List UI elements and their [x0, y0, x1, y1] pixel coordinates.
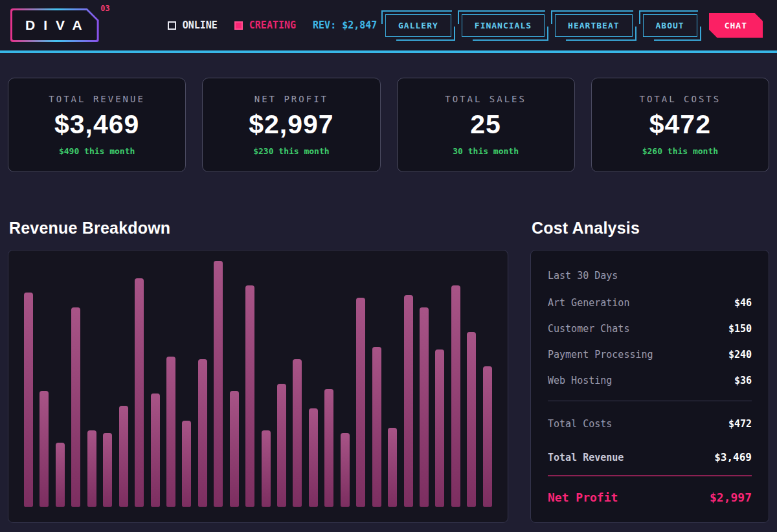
- content-grid: Revenue Breakdown Cost Analysis Last 30 …: [8, 219, 769, 523]
- stat-value: 25: [470, 109, 501, 140]
- revenue-bar: [435, 349, 444, 507]
- nav-gallery-button[interactable]: GALLERY: [385, 14, 451, 37]
- nav-financials-button[interactable]: FINANCIALS: [462, 14, 545, 37]
- net-profit-label: Net Profit: [548, 491, 618, 504]
- stat-label: NET PROFIT: [254, 94, 328, 104]
- online-label: ONLINE: [183, 19, 218, 31]
- revenue-bar: [71, 307, 80, 507]
- revenue-bar: [151, 393, 160, 507]
- net-profit-row: Net Profit $2,997: [548, 491, 752, 504]
- cost-row-label: Payment Processing: [548, 349, 653, 360]
- cost-row-label: Art Generation: [548, 297, 629, 309]
- nav-about-button[interactable]: ABOUT: [643, 14, 697, 37]
- cost-row: Payment Processing$240: [548, 349, 752, 360]
- stat-label: TOTAL SALES: [445, 94, 526, 104]
- revenue-bar: [103, 433, 112, 507]
- stat-delta: $490 this month: [59, 146, 135, 156]
- revenue-bar: [324, 389, 333, 507]
- stat-delta: $260 this month: [642, 146, 718, 156]
- stats-grid: TOTAL REVENUE $3,469 $490 this month NET…: [8, 78, 769, 172]
- status-online: ONLINE: [168, 19, 218, 31]
- main-nav: GALLERY FINANCIALS HEARTBEAT ABOUT CHAT: [385, 13, 768, 38]
- online-checkbox-icon: [168, 21, 176, 30]
- revenue-bar: [467, 332, 476, 507]
- cost-analysis-panel: Last 30 Days Art Generation$46Customer C…: [530, 250, 769, 523]
- revenue-ticker: REV: $2,847: [313, 19, 377, 31]
- revenue-bar: [56, 443, 65, 507]
- dashboard-main: TOTAL REVENUE $3,469 $490 this month NET…: [0, 53, 777, 531]
- cost-row: Web Hosting$36: [548, 375, 752, 386]
- stat-card-net-profit: NET PROFIT $2,997 $230 this month: [202, 78, 380, 172]
- total-revenue-row: Total Revenue $3,469: [548, 451, 752, 463]
- total-revenue-value: $3,469: [714, 451, 752, 463]
- logo-text: DIVA: [25, 17, 91, 32]
- total-costs-row: Total Costs $472: [548, 418, 752, 430]
- net-profit-divider: [548, 475, 752, 476]
- revenue-bar: [198, 359, 207, 507]
- stat-card-total-revenue: TOTAL REVENUE $3,469 $490 this month: [8, 78, 186, 172]
- logo-inner: DIVA: [12, 10, 97, 40]
- revenue-bar: [277, 384, 286, 507]
- cost-row-value: $240: [728, 349, 752, 360]
- revenue-breakdown-section: Revenue Breakdown: [8, 219, 508, 523]
- cost-row-value: $36: [734, 375, 752, 386]
- status-creating: CREATING: [234, 19, 296, 31]
- revenue-bar: [87, 430, 96, 507]
- cost-row-value: $150: [728, 323, 752, 335]
- logo-gradient-frame: DIVA: [10, 8, 99, 42]
- stat-value: $472: [649, 109, 711, 140]
- logo-version-superscript: 03: [100, 4, 109, 13]
- top-bar: DIVA 03 ONLINE CREATING REV: $2,847 GALL…: [0, 0, 777, 53]
- revenue-bar: [293, 359, 302, 507]
- revenue-bar: [341, 433, 350, 507]
- cost-row-value: $46: [734, 297, 752, 309]
- revenue-bar: [230, 391, 239, 507]
- cost-row-label: Customer Chats: [548, 323, 629, 335]
- stat-card-total-sales: TOTAL SALES 25 30 this month: [397, 78, 575, 172]
- stat-card-total-costs: TOTAL COSTS $472 $260 this month: [591, 78, 769, 172]
- revenue-bar: [245, 285, 254, 507]
- stat-value: $3,469: [54, 109, 139, 140]
- revenue-bar: [119, 406, 128, 507]
- revenue-bar: [182, 421, 191, 507]
- cost-period-label: Last 30 Days: [548, 270, 752, 282]
- stat-label: TOTAL COSTS: [640, 94, 721, 104]
- spacer: [548, 444, 752, 451]
- revenue-bar: [214, 261, 223, 507]
- net-profit-value: $2,997: [710, 491, 752, 504]
- revenue-bar: [388, 428, 397, 507]
- cost-divider: [548, 401, 752, 401]
- cost-row-label: Web Hosting: [548, 375, 612, 386]
- revenue-bar: [483, 366, 492, 507]
- nav-heartbeat-button[interactable]: HEARTBEAT: [555, 14, 632, 37]
- total-costs-value: $472: [728, 418, 752, 430]
- cost-analysis-title: Cost Analysis: [532, 219, 769, 238]
- status-group: ONLINE CREATING REV: $2,847: [168, 19, 377, 31]
- revenue-bar: [24, 293, 33, 507]
- total-costs-label: Total Costs: [548, 418, 612, 430]
- stat-delta: 30 this month: [453, 146, 519, 156]
- revenue-bar: [39, 391, 49, 507]
- cost-analysis-section: Cost Analysis Last 30 Days Art Generatio…: [530, 219, 769, 523]
- stat-label: TOTAL REVENUE: [49, 94, 145, 104]
- diva-logo: DIVA 03: [10, 8, 99, 42]
- stat-delta: $230 this month: [253, 146, 329, 156]
- revenue-bar: [356, 298, 365, 507]
- creating-status-icon: [234, 21, 243, 30]
- total-revenue-label: Total Revenue: [548, 452, 624, 463]
- nav-chat-button[interactable]: CHAT: [709, 13, 763, 38]
- revenue-bar: [166, 357, 175, 507]
- revenue-bar: [135, 278, 144, 507]
- revenue-bar: [309, 408, 318, 507]
- stat-value: $2,997: [249, 109, 333, 140]
- cost-rows: Art Generation$46Customer Chats$150Payme…: [548, 297, 752, 401]
- revenue-bar: [420, 307, 429, 507]
- cost-row: Customer Chats$150: [548, 323, 752, 335]
- cost-row: Art Generation$46: [548, 297, 752, 309]
- revenue-bar: [262, 430, 271, 507]
- revenue-bar-chart: [8, 250, 508, 523]
- revenue-breakdown-title: Revenue Breakdown: [9, 219, 508, 238]
- revenue-bar: [372, 347, 381, 507]
- revenue-bar: [404, 295, 413, 507]
- creating-label: CREATING: [249, 19, 296, 31]
